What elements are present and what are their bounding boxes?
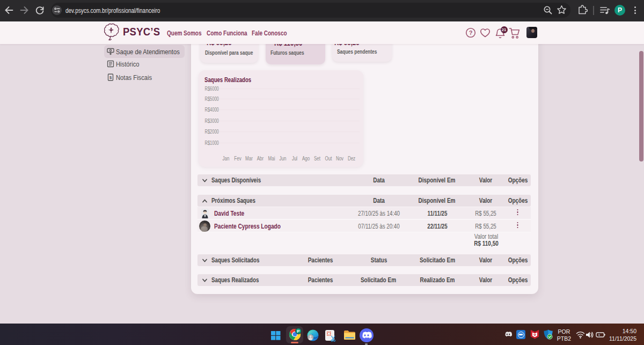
svg-text:?: ?: [469, 30, 473, 36]
svg-text:$: $: [109, 75, 112, 80]
